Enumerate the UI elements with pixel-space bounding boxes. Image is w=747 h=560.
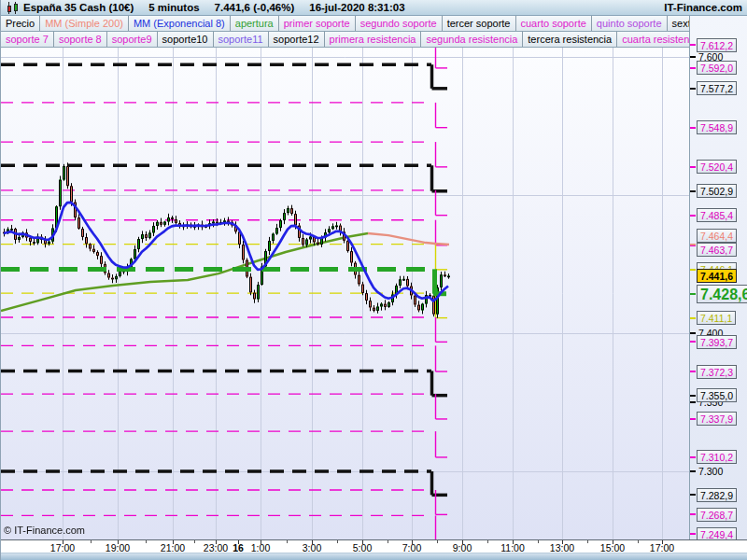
last-price-change: 7.441,6 (-0,46%)	[215, 2, 295, 13]
price-axis-tick	[690, 166, 696, 168]
legend-item-tercer-soporte[interactable]: tercer soporte	[443, 16, 516, 31]
datetime-label: 16-jul-2020 8:31:03	[309, 2, 404, 13]
time-axis-minor-tick	[287, 540, 288, 543]
time-axis-minor-tick	[587, 540, 588, 543]
time-axis-minor-tick	[194, 540, 195, 543]
price-axis[interactable]: 7.6007.4007.3507.3007.612,27.592,07.577,…	[689, 16, 747, 539]
price-axis-tick	[690, 513, 696, 515]
price-axis-tick	[690, 418, 696, 420]
legend-item-tercera-resistencia[interactable]: tercera resistencia	[523, 32, 617, 47]
time-axis-minor-tick	[91, 540, 92, 543]
indicator-legend-row-2: soporte 7soporte 8soporte9soporte10sopor…	[1, 32, 689, 48]
price-axis-tick	[690, 67, 696, 69]
price-axis-tick	[690, 494, 696, 496]
price-axis-label-level: 7.592,0	[697, 61, 737, 75]
price-axis-label-level: 7.337,9	[697, 412, 737, 426]
legend-item-primera-resistencia[interactable]: primera resistencia	[325, 32, 422, 47]
price-axis-label-plain: 7.300	[697, 465, 725, 479]
title-bar: España 35 Cash (10€) 5 minutos 7.441,6 (…	[1, 0, 747, 16]
price-axis-label-level: 7.548,9	[697, 120, 737, 134]
legend-item-cuarto-soporte[interactable]: cuarto soporte	[516, 16, 592, 31]
price-axis-label-level: 7.520,4	[697, 160, 737, 174]
time-axis-minor-tick	[538, 540, 539, 543]
price-axis-label-current-price: 7.441,6	[697, 269, 737, 283]
chart-copyright: © IT-Finance.com	[4, 525, 85, 536]
price-axis-label-level: 7.612,2	[697, 38, 737, 52]
legend-item-sexto-soporte[interactable]: sexto soporte	[668, 16, 689, 31]
legend-item-soporte10[interactable]: soporte10	[158, 32, 214, 47]
price-axis-tick	[690, 456, 696, 458]
legend-item-soporte11[interactable]: soporte11	[214, 32, 269, 47]
price-axis-tick	[690, 371, 696, 372]
time-axis-minor-tick	[388, 540, 388, 543]
price-axis-tick	[690, 332, 696, 334]
instrument-title: España 35 Cash (10€)	[23, 2, 134, 13]
legend-item-quinto-soporte[interactable]: quinto soporte	[592, 16, 668, 31]
indicator-legend-row-1: PrecioMM (Simple 200)MM (Exponencial 8)a…	[1, 16, 689, 32]
price-axis-tick	[690, 44, 696, 46]
price-axis-tick	[690, 317, 696, 319]
price-axis-tick	[690, 293, 696, 295]
price-axis-tick	[690, 533, 696, 535]
price-axis-label-apertura: 7.428,6	[697, 285, 747, 303]
price-chart-canvas[interactable]	[1, 48, 689, 539]
price-axis-tick	[690, 341, 696, 343]
price-axis-tick	[690, 244, 696, 245]
time-axis-minor-tick	[638, 540, 639, 543]
price-axis-label-level: 7.282,9	[697, 488, 737, 502]
price-chart-area[interactable]: © IT-Finance.com	[1, 48, 689, 539]
legend-item-segunda-resistencia[interactable]: segunda resistencia	[421, 32, 523, 47]
price-axis-tick	[690, 470, 696, 472]
price-axis-label-level: 7.249,4	[697, 527, 737, 539]
time-axis-minor-tick	[146, 540, 147, 543]
timeframe-label: 5 minutos	[148, 2, 199, 13]
legend-item-soporte-8[interactable]: soporte 8	[54, 32, 107, 47]
legend-item-soporte12[interactable]: soporte12	[269, 32, 325, 47]
price-axis-tick	[690, 56, 696, 58]
price-axis-tick	[690, 401, 696, 403]
price-axis-tick	[690, 215, 696, 217]
price-axis-tick	[690, 395, 696, 397]
legend-item-primer-soporte[interactable]: primer soporte	[279, 16, 356, 31]
price-axis-label-level: 7.372,3	[697, 365, 737, 379]
price-axis-tick	[690, 269, 696, 271]
time-axis[interactable]: 17:0019:0021:0023:00161:003:005:007:009:…	[1, 539, 747, 553]
price-axis-label-level: 7.485,4	[697, 208, 737, 222]
time-axis-minor-tick	[437, 540, 438, 543]
trading-app-window: España 35 Cash (10€) 5 minutos 7.441,6 (…	[0, 0, 747, 560]
price-axis-label-level: 7.411,1	[697, 311, 736, 325]
price-axis-tick	[690, 127, 696, 129]
price-axis-label-level: 7.355,0	[697, 388, 737, 402]
price-axis-label-level: 7.310,2	[697, 450, 737, 464]
brand-label: IT-Finance.com	[664, 2, 742, 13]
price-axis-tick	[690, 88, 696, 90]
legend-item-soporte9[interactable]: soporte9	[107, 32, 158, 47]
price-axis-label-level: 7.268,7	[697, 508, 737, 522]
legend-item-precio[interactable]: Precio	[1, 16, 40, 31]
price-axis-label-level: 7.502,9	[697, 184, 737, 198]
price-axis-tick	[690, 190, 696, 192]
price-axis-label-level: 7.577,2	[697, 81, 737, 95]
time-axis-minor-tick	[487, 540, 488, 543]
time-axis-minor-tick	[337, 540, 338, 543]
price-axis-label-level: 7.463,7	[697, 243, 737, 257]
price-axis-label-sma200: 7.464,4	[697, 229, 737, 243]
legend-item-mm-exponencial-8-[interactable]: MM (Exponencial 8)	[129, 16, 231, 31]
window-bottom-strip	[1, 553, 747, 560]
price-axis-label-level: 7.393,7	[697, 335, 737, 349]
legend-item-soporte-7[interactable]: soporte 7	[1, 32, 54, 47]
candlestick-chart-icon	[7, 2, 19, 14]
legend-item-apertura[interactable]: apertura	[231, 16, 279, 31]
legend-item-cuarta-resistencia[interactable]: cuarta resistencia	[617, 32, 689, 47]
legend-item-segundo-soporte[interactable]: segundo soporte	[356, 16, 443, 31]
legend-item-mm-simple-200-[interactable]: MM (Simple 200)	[40, 16, 129, 31]
